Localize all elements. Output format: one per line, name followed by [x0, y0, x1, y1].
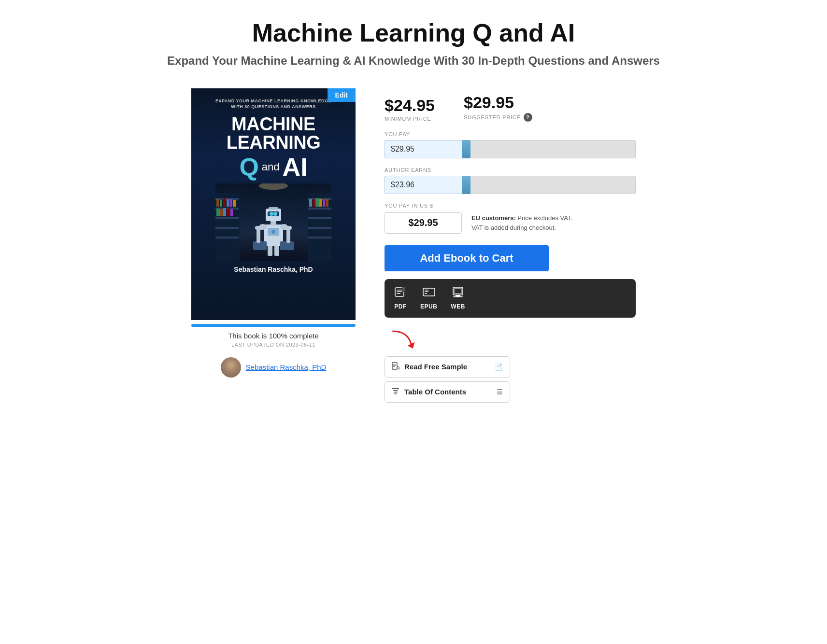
action-buttons: Read Free Sample 📄 Table Of Contents ☰: [385, 356, 636, 403]
last-updated: LAST UPDATED ON 2023-06-11: [231, 342, 315, 348]
book-title-main: MACHINELEARNING: [227, 115, 320, 152]
you-pay-usd-box: $29.95: [385, 212, 462, 234]
toc-list-icon: ☰: [497, 388, 503, 396]
svg-rect-59: [425, 291, 428, 292]
web-icon: [452, 287, 464, 300]
read-free-sample-label: Read Free Sample: [404, 363, 467, 371]
format-popup: PDF EPUB: [385, 279, 636, 318]
svg-rect-43: [257, 229, 260, 243]
toc-icon: [392, 387, 399, 397]
svg-rect-69: [393, 366, 395, 367]
book-ai: AI: [283, 154, 308, 180]
book-cover: EXPAND YOUR MACHINE LEARNING KNOWLEDGEWI…: [191, 88, 356, 320]
svg-rect-64: [453, 296, 463, 297]
book-robot-illustration: [215, 183, 331, 261]
author-earns-slider-thumb[interactable]: [462, 176, 471, 194]
book-subtitle-row: Q and AI: [239, 154, 307, 180]
author-earns-input[interactable]: [385, 176, 462, 194]
author-earns-slider-track[interactable]: [462, 176, 636, 194]
svg-rect-53: [397, 291, 402, 292]
svg-rect-18: [230, 209, 233, 216]
svg-rect-17: [227, 209, 230, 216]
page-header: Machine Learning Q and AI Expand Your Ma…: [157, 19, 670, 69]
svg-rect-5: [215, 217, 239, 219]
svg-rect-58: [425, 290, 428, 291]
suggested-price-block: $29.95 SUGGESTED PRICE ?: [464, 93, 532, 122]
svg-rect-72: [392, 388, 399, 389]
svg-rect-15: [220, 209, 223, 216]
epub-label: EPUB: [420, 303, 437, 310]
read-sample-icon: [392, 362, 399, 372]
author-name-link[interactable]: Sebastian Raschka, PhD: [246, 363, 327, 371]
add-to-cart-button[interactable]: Add Ebook to Cart: [385, 245, 549, 271]
you-pay-slider-wrapper: [385, 140, 636, 158]
table-of-contents-button[interactable]: Table Of Contents ☰: [385, 381, 510, 403]
arrow-svg: [389, 326, 418, 350]
format-pdf: PDF: [394, 287, 407, 310]
pdf-label: PDF: [394, 303, 407, 310]
pricing-section: $24.95 MINIMUM PRICE $29.95 SUGGESTED PR…: [385, 88, 636, 403]
svg-rect-40: [283, 226, 292, 230]
read-sample-doc-icon: 📄: [495, 363, 503, 371]
format-epub: EPUB: [420, 287, 437, 310]
svg-rect-74: [394, 392, 398, 392]
minimum-price-label: MINIMUM PRICE: [385, 116, 431, 122]
svg-rect-52: [397, 290, 402, 291]
suggested-price-label: SUGGESTED PRICE ?: [464, 113, 532, 122]
svg-point-36: [271, 230, 275, 234]
svg-rect-73: [393, 390, 398, 391]
svg-rect-63: [456, 295, 460, 296]
you-pay-slider-track[interactable]: [462, 140, 636, 158]
suggested-price-help-icon[interactable]: ?: [524, 113, 532, 122]
svg-rect-9: [220, 200, 222, 207]
svg-rect-50: [269, 207, 278, 210]
svg-rect-60: [425, 293, 427, 294]
svg-line-71: [399, 369, 399, 369]
svg-rect-67: [393, 364, 396, 364]
main-content: Edit EXPAND YOUR MACHINE LEARNING KNOWLE…: [157, 88, 670, 403]
svg-rect-26: [313, 199, 315, 207]
svg-rect-24: [308, 237, 331, 238]
table-of-contents-label: Table Of Contents: [404, 388, 466, 396]
svg-rect-25: [309, 199, 312, 207]
you-pay-slider-group: YOU PAY: [385, 131, 636, 158]
svg-rect-27: [315, 198, 319, 207]
popup-arrow-row: PDF EPUB: [385, 279, 636, 356]
minimum-price-block: $24.95 MINIMUM PRICE: [385, 96, 435, 122]
svg-rect-41: [253, 241, 267, 250]
suggested-price-amount: $29.95: [464, 93, 514, 112]
author-earns-label: AUTHOR EARNS: [385, 167, 636, 173]
book-section: Edit EXPAND YOUR MACHINE LEARNING KNOWLE…: [191, 88, 356, 378]
svg-rect-62: [454, 289, 462, 294]
author-earns-slider-wrapper: [385, 176, 636, 194]
svg-rect-42: [280, 241, 294, 250]
svg-rect-11: [227, 199, 229, 207]
read-free-sample-button[interactable]: Read Free Sample 📄: [385, 356, 510, 378]
price-row: $24.95 MINIMUM PRICE $29.95 SUGGESTED PR…: [385, 93, 636, 122]
book-cover-top-text: EXPAND YOUR MACHINE LEARNING KNOWLEDGEWI…: [215, 98, 331, 110]
svg-rect-7: [215, 237, 239, 238]
author-avatar: [221, 357, 241, 378]
progress-bar-fill: [191, 324, 356, 327]
svg-rect-57: [423, 288, 435, 296]
svg-rect-16: [223, 208, 226, 216]
you-pay-label: YOU PAY: [385, 131, 636, 137]
you-pay-input[interactable]: [385, 140, 462, 158]
svg-rect-56: [402, 287, 405, 291]
svg-rect-13: [233, 200, 236, 207]
eu-vat-note: EU customers: Price excludes VAT.VAT is …: [471, 213, 572, 232]
svg-rect-6: [215, 227, 239, 229]
pdf-icon: [394, 287, 407, 300]
svg-rect-66: [392, 363, 397, 369]
edit-badge[interactable]: Edit: [328, 88, 356, 102]
svg-rect-39: [255, 226, 264, 230]
book-and: and: [262, 161, 280, 173]
arrow-indicator: [389, 326, 636, 350]
svg-rect-23: [308, 227, 331, 229]
author-avatar-image: [221, 357, 241, 378]
book-title: Machine Learning Q and AI: [157, 19, 670, 47]
book-subtitle: Expand Your Machine Learning & AI Knowle…: [157, 53, 670, 69]
you-pay-slider-thumb[interactable]: [462, 140, 471, 158]
svg-point-48: [270, 212, 273, 216]
epub-icon: [423, 287, 435, 300]
